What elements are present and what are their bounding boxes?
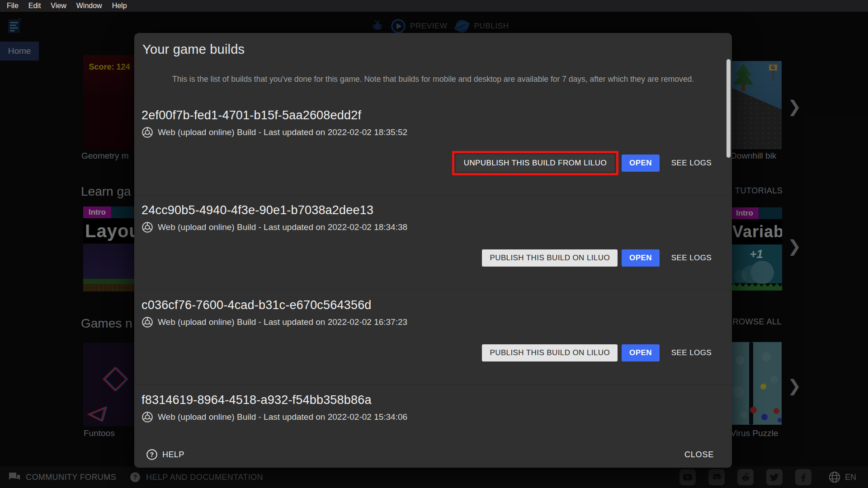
- build-row: 2ef00f7b-fed1-4701-b15f-5aa2608edd2f Web…: [134, 100, 732, 195]
- build-id: 24cc90b5-4940-4f3e-90e1-b7038a2dee13: [142, 203, 719, 217]
- publish-build-button[interactable]: PUBLISH THIS BUILD ON LILUO: [482, 249, 618, 267]
- see-logs-button[interactable]: SEE LOGS: [664, 344, 719, 361]
- dialog-description: This is the list of builds that you've d…: [164, 73, 702, 85]
- help-label: HELP: [162, 450, 184, 460]
- build-subtitle: Web (upload online) Build - Last updated…: [158, 221, 407, 233]
- close-button[interactable]: CLOSE: [678, 446, 720, 463]
- unpublish-build-button[interactable]: UNPUBLISH THIS BUILD FROM LILUO: [456, 155, 614, 172]
- game-builds-dialog: Your game builds This is the list of bui…: [134, 33, 732, 468]
- open-build-button[interactable]: OPEN: [622, 155, 660, 172]
- red-annotation-box: UNPUBLISH THIS BUILD FROM LILUO: [452, 151, 618, 175]
- build-subtitle: Web (upload online) Build - Last updated…: [158, 411, 407, 423]
- help-button[interactable]: ? HELP: [146, 449, 184, 460]
- chrome-icon: [142, 316, 153, 328]
- menu-bar: File Edit View Window Help: [0, 0, 868, 12]
- see-logs-button[interactable]: SEE LOGS: [664, 155, 719, 172]
- chrome-icon: [142, 221, 153, 233]
- build-row: 24cc90b5-4940-4f3e-90e1-b7038a2dee13 Web…: [134, 195, 732, 290]
- build-id: f8314619-8964-4518-a932-f54bb358b86a: [142, 393, 719, 407]
- svg-text:?: ?: [150, 451, 154, 458]
- dialog-scrollbar[interactable]: [726, 59, 731, 158]
- chrome-icon: [142, 127, 153, 138]
- menu-edit[interactable]: Edit: [24, 2, 46, 10]
- chrome-icon: [142, 411, 153, 423]
- build-subtitle: Web (upload online) Build - Last updated…: [158, 127, 407, 138]
- dialog-actions-bar: ? HELP CLOSE: [134, 441, 732, 468]
- menu-help[interactable]: Help: [107, 2, 132, 10]
- build-id: 2ef00f7b-fed1-4701-b15f-5aa2608edd2f: [142, 108, 719, 122]
- build-row: f8314619-8964-4518-a932-f54bb358b86a Web…: [134, 385, 732, 423]
- menu-window[interactable]: Window: [71, 2, 107, 10]
- help-circle-icon: ?: [146, 449, 158, 460]
- dialog-title: Your game builds: [142, 42, 721, 57]
- build-id: c036cf76-7600-4cad-b31c-e670c564356d: [142, 298, 719, 312]
- menu-file[interactable]: File: [2, 2, 24, 10]
- open-build-button[interactable]: OPEN: [622, 344, 660, 361]
- app-window: File Edit View Window Help Home PREVIEW …: [0, 0, 868, 488]
- build-row: c036cf76-7600-4cad-b31c-e670c564356d Web…: [134, 290, 732, 385]
- open-build-button[interactable]: OPEN: [622, 249, 660, 267]
- menu-view[interactable]: View: [46, 2, 71, 10]
- publish-build-button[interactable]: PUBLISH THIS BUILD ON LILUO: [482, 344, 618, 361]
- see-logs-button[interactable]: SEE LOGS: [664, 249, 719, 267]
- build-subtitle: Web (upload online) Build - Last updated…: [158, 316, 407, 328]
